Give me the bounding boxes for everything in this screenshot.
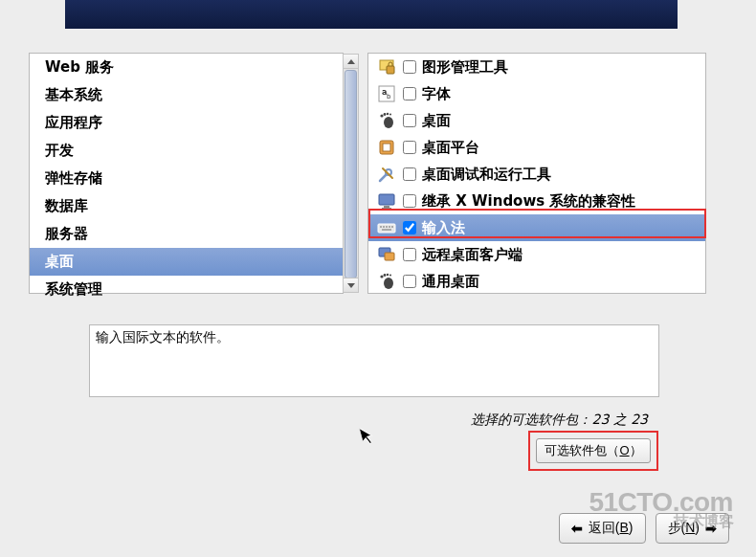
svg-point-8 — [387, 113, 389, 115]
scroll-down-button[interactable] — [344, 278, 358, 292]
package-row-3[interactable]: 桌面平台 — [368, 134, 705, 161]
svg-rect-16 — [378, 224, 395, 233]
platform-icon — [376, 137, 397, 158]
svg-point-27 — [384, 274, 387, 277]
package-label: 远程桌面客户端 — [422, 246, 523, 264]
category-item-0[interactable]: Web 服务 — [30, 54, 343, 81]
keyboard-icon — [376, 217, 397, 238]
svg-rect-20 — [389, 226, 390, 228]
category-item-1[interactable]: 基本系统 — [30, 81, 343, 109]
category-list: Web 服务基本系统应用程序开发弹性存储数据库服务器桌面系统管理 — [29, 53, 344, 294]
package-row-5[interactable]: 继承 X Windows 系统的兼容性 — [368, 188, 705, 214]
svg-point-6 — [380, 114, 383, 117]
scroll-thumb[interactable] — [345, 70, 357, 278]
svg-point-29 — [389, 275, 391, 277]
svg-rect-1 — [387, 66, 394, 74]
svg-rect-19 — [386, 226, 388, 228]
package-checkbox[interactable] — [403, 275, 416, 288]
font-icon: ab — [376, 83, 397, 104]
svg-point-9 — [389, 114, 391, 116]
svg-point-5 — [384, 117, 393, 128]
arrow-right-icon: ➡ — [705, 521, 717, 536]
tools-icon — [376, 164, 397, 185]
package-checkbox[interactable] — [403, 194, 416, 208]
svg-rect-11 — [383, 144, 390, 151]
package-row-1[interactable]: ab字体 — [368, 80, 705, 107]
svg-rect-22 — [382, 229, 391, 231]
category-item-6[interactable]: 服务器 — [30, 220, 343, 248]
wizard-nav: ⬅ 返回(B) 步(N) ➡ — [559, 513, 729, 544]
monitor-icon — [376, 190, 397, 212]
package-checkbox[interactable] — [403, 248, 416, 261]
package-checkbox[interactable] — [403, 141, 416, 154]
back-button[interactable]: ⬅ 返回(B) — [559, 513, 646, 544]
package-checkbox[interactable] — [403, 167, 416, 181]
svg-rect-18 — [383, 226, 385, 228]
package-row-4[interactable]: 桌面调试和运行工具 — [368, 161, 705, 188]
svg-point-25 — [384, 278, 393, 289]
optional-packages-accel: O — [619, 443, 629, 457]
gnome-foot-icon — [376, 271, 397, 292]
selection-count-label: 选择的可选软件包：23 之 23 — [471, 412, 648, 429]
mouse-cursor-icon — [359, 425, 378, 451]
package-list: 图形管理工具ab字体桌面桌面平台桌面调试和运行工具继承 X Windows 系统… — [367, 53, 706, 294]
package-label: 输入法 — [422, 219, 465, 237]
package-checkbox[interactable] — [403, 221, 416, 234]
lock-icon — [376, 56, 397, 78]
left-scrollbar[interactable] — [343, 54, 359, 293]
package-checkbox[interactable] — [403, 87, 416, 100]
package-label: 桌面调试和运行工具 — [422, 166, 551, 184]
svg-text:b: b — [387, 93, 391, 100]
package-label: 继承 X Windows 系统的兼容性 — [422, 192, 635, 211]
svg-rect-15 — [382, 208, 391, 209]
svg-rect-14 — [384, 206, 389, 208]
right-scrollbar[interactable] — [705, 54, 706, 293]
optional-packages-button[interactable]: 可选软件包（O） — [536, 438, 651, 463]
package-checkbox[interactable] — [403, 60, 416, 74]
svg-rect-24 — [385, 253, 394, 260]
svg-point-28 — [387, 274, 389, 276]
remote-icon — [376, 244, 397, 265]
category-item-3[interactable]: 开发 — [30, 137, 343, 165]
package-label: 字体 — [422, 85, 451, 103]
optional-packages-label: 可选软件包（ — [545, 443, 619, 457]
category-item-2[interactable]: 应用程序 — [30, 109, 343, 137]
gnome-foot-icon — [376, 110, 397, 131]
package-label: 桌面 — [422, 112, 451, 130]
description-box: 输入国际文本的软件。 — [89, 324, 659, 397]
package-checkbox[interactable] — [403, 114, 416, 127]
svg-point-7 — [384, 113, 387, 116]
category-item-7[interactable]: 桌面 — [30, 248, 343, 276]
package-row-0[interactable]: 图形管理工具 — [368, 54, 705, 80]
package-label: 图形管理工具 — [422, 58, 508, 77]
package-row-6[interactable]: 输入法 — [368, 214, 705, 241]
package-label: 通用桌面 — [422, 273, 479, 291]
svg-rect-21 — [391, 226, 393, 228]
header-banner — [65, 0, 678, 29]
arrow-left-icon: ⬅ — [571, 521, 583, 536]
svg-point-26 — [380, 275, 383, 278]
package-row-2[interactable]: 桌面 — [368, 107, 705, 134]
svg-rect-17 — [380, 226, 382, 228]
package-row-7[interactable]: 远程桌面客户端 — [368, 241, 705, 268]
next-button[interactable]: 步(N) ➡ — [656, 513, 729, 544]
category-item-5[interactable]: 数据库 — [30, 192, 343, 220]
scroll-up-button[interactable] — [344, 55, 358, 69]
package-row-8[interactable]: 通用桌面 — [368, 268, 705, 294]
svg-rect-13 — [379, 194, 394, 205]
category-item-4[interactable]: 弹性存储 — [30, 165, 343, 192]
category-item-8[interactable]: 系统管理 — [30, 276, 343, 303]
package-label: 桌面平台 — [422, 139, 479, 157]
description-text: 输入国际文本的软件。 — [96, 329, 230, 345]
